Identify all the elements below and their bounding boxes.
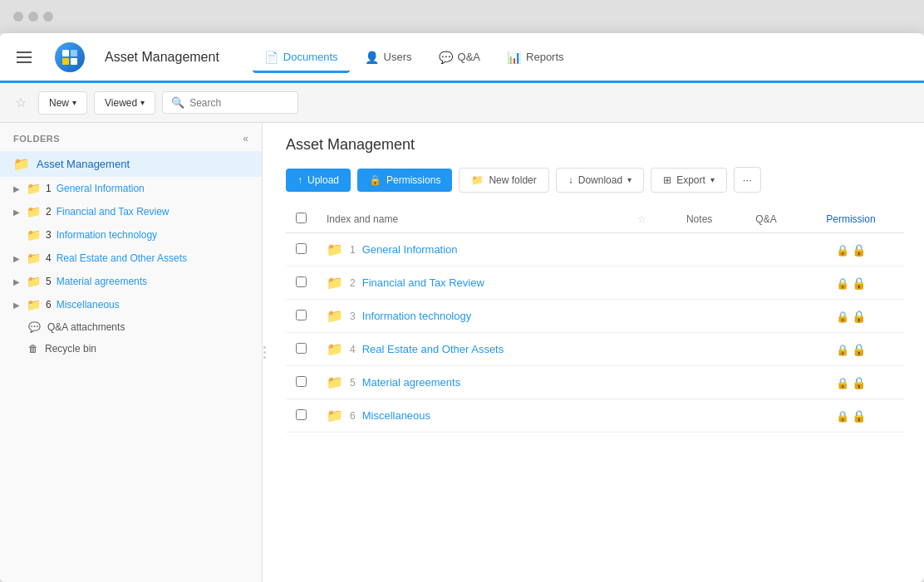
- sidebar-item-2[interactable]: ▶ 📁 2 Financial and Tax Review: [0, 200, 262, 223]
- upload-button[interactable]: ↑ Upload: [286, 169, 351, 192]
- row-label[interactable]: Real Estate and Other Assets: [362, 343, 504, 355]
- download-caret-icon: ▾: [627, 175, 632, 184]
- traffic-light-close[interactable]: [13, 12, 23, 22]
- tab-qa[interactable]: 💬 Q&A: [427, 44, 492, 71]
- header-index-name: Index and name: [317, 206, 619, 233]
- row-qa-cell: [735, 399, 798, 433]
- row-checkbox[interactable]: [296, 409, 307, 420]
- row-qa-cell: [735, 267, 798, 300]
- row-label[interactable]: Material agreements: [362, 376, 461, 389]
- new-folder-icon: 📁: [471, 174, 484, 186]
- traffic-light-minimize[interactable]: [28, 12, 38, 22]
- row-label[interactable]: Financial and Tax Review: [362, 276, 484, 289]
- download-label: Download: [578, 174, 622, 186]
- sidebar-active-folder[interactable]: 📁 Asset Management: [0, 151, 262, 177]
- top-nav: Asset Management 📄 Documents 👤 Users 💬 Q…: [0, 33, 924, 83]
- app-logo: [55, 42, 85, 72]
- more-button[interactable]: ···: [734, 167, 761, 193]
- sidebar-item-1-label: General Information: [57, 183, 145, 194]
- folder-icon-6: 📁: [27, 298, 41, 311]
- svg-rect-0: [62, 50, 69, 56]
- qa-attachments-label: Q&A attachments: [47, 321, 125, 333]
- tab-documents[interactable]: 📄 Documents: [253, 44, 350, 73]
- row-folder-icon: 📁: [327, 242, 343, 257]
- qa-attachments-icon: 💬: [28, 321, 41, 333]
- row-checkbox[interactable]: [296, 276, 307, 287]
- table-row: 📁 5 Material agreements 🔒: [286, 366, 904, 399]
- row-checkbox[interactable]: [296, 343, 307, 354]
- hamburger-menu[interactable]: [13, 48, 35, 66]
- row-qa-cell: [735, 333, 798, 366]
- sidebar-item-3[interactable]: 📁 3 Information technology: [0, 223, 262, 247]
- new-folder-label: New folder: [489, 174, 536, 186]
- main-window: Asset Management 📄 Documents 👤 Users 💬 Q…: [0, 33, 924, 582]
- tab-reports[interactable]: 📊 Reports: [495, 44, 576, 71]
- new-label: New: [49, 97, 69, 109]
- sidebar-item-3-label: Information technology: [57, 229, 157, 241]
- users-icon: 👤: [365, 51, 379, 64]
- row-index: 4: [350, 344, 356, 355]
- arrow-icon-5: ▶: [13, 277, 22, 286]
- row-star-cell: [619, 366, 664, 399]
- new-button[interactable]: New ▾: [38, 91, 87, 115]
- header-star: ☆: [619, 206, 664, 233]
- sidebar-item-4[interactable]: ▶ 📁 4 Real Estate and Other Assets: [0, 247, 262, 270]
- sidebar-item-recycle[interactable]: 🗑 Recycle bin: [0, 338, 262, 359]
- row-label[interactable]: Miscellaneous: [362, 409, 430, 422]
- row-star-cell: [619, 267, 664, 300]
- row-folder-icon: 📁: [327, 341, 343, 357]
- sidebar-item-qa[interactable]: 💬 Q&A attachments: [0, 316, 262, 338]
- traffic-light-maximize[interactable]: [43, 12, 53, 22]
- permissions-button[interactable]: 🔒 Permissions: [357, 169, 452, 192]
- svg-rect-2: [62, 58, 69, 65]
- search-box[interactable]: 🔍: [162, 91, 298, 114]
- tab-qa-label: Q&A: [458, 51, 480, 63]
- tab-users[interactable]: 👤 Users: [353, 44, 424, 71]
- row-checkbox[interactable]: [296, 310, 307, 320]
- row-label[interactable]: Information technology: [362, 310, 472, 322]
- row-checkbox-cell: [286, 366, 317, 399]
- documents-icon: 📄: [264, 51, 278, 64]
- sidebar-item-6[interactable]: ▶ 📁 6 Miscellaneous: [0, 293, 262, 316]
- svg-rect-3: [71, 58, 77, 65]
- row-star-cell: [619, 300, 664, 333]
- row-index: 5: [350, 377, 356, 389]
- sidebar-item-1[interactable]: ▶ 📁 1 General Information: [0, 177, 262, 200]
- action-toolbar: ↑ Upload 🔒 Permissions 📁 New folder ↓ Do…: [286, 167, 904, 193]
- active-folder-label: Asset Management: [37, 158, 130, 170]
- permissions-label: Permissions: [386, 174, 440, 186]
- new-folder-button[interactable]: 📁 New folder: [459, 168, 548, 193]
- row-notes-cell: [664, 300, 735, 333]
- star-button[interactable]: ☆: [10, 90, 32, 115]
- arrow-icon-2: ▶: [13, 208, 22, 217]
- header-star-icon[interactable]: ☆: [637, 213, 646, 225]
- sidebar-item-2-label: Financial and Tax Review: [57, 206, 170, 218]
- row-folder-icon: 📁: [327, 374, 343, 390]
- search-input[interactable]: [189, 97, 289, 109]
- arrow-icon-4: ▶: [13, 254, 22, 263]
- row-star-cell: [619, 399, 664, 433]
- file-table: Index and name ☆ Notes Q&A Permission: [286, 206, 904, 433]
- row-checkbox[interactable]: [296, 376, 307, 387]
- viewed-button[interactable]: Viewed ▾: [94, 91, 155, 115]
- svg-rect-1: [71, 50, 77, 56]
- row-lock-icon: 🔒: [852, 409, 866, 423]
- row-checkbox-cell: [286, 333, 317, 366]
- export-icon: ⊞: [663, 174, 671, 186]
- content-title: Asset Management: [286, 136, 904, 154]
- row-name-cell: 📁 4 Real Estate and Other Assets: [317, 333, 619, 366]
- collapse-sidebar-button[interactable]: «: [243, 133, 248, 144]
- download-button[interactable]: ↓ Download ▾: [556, 168, 644, 193]
- export-button[interactable]: ⊞ Export ▾: [651, 168, 727, 193]
- select-all-checkbox[interactable]: [296, 213, 307, 223]
- row-name-cell: 📁 2 Financial and Tax Review: [317, 267, 619, 300]
- header-permission: Permission: [798, 206, 904, 233]
- export-label: Export: [676, 174, 705, 186]
- folder-icon-3: 📁: [27, 228, 41, 242]
- new-caret-icon: ▾: [72, 98, 76, 107]
- row-checkbox[interactable]: [296, 243, 307, 254]
- row-star-cell: [619, 233, 664, 267]
- folder-icon-2: 📁: [27, 205, 41, 218]
- row-label[interactable]: General Information: [362, 243, 458, 256]
- sidebar-item-5[interactable]: ▶ 📁 5 Material agreements: [0, 270, 262, 293]
